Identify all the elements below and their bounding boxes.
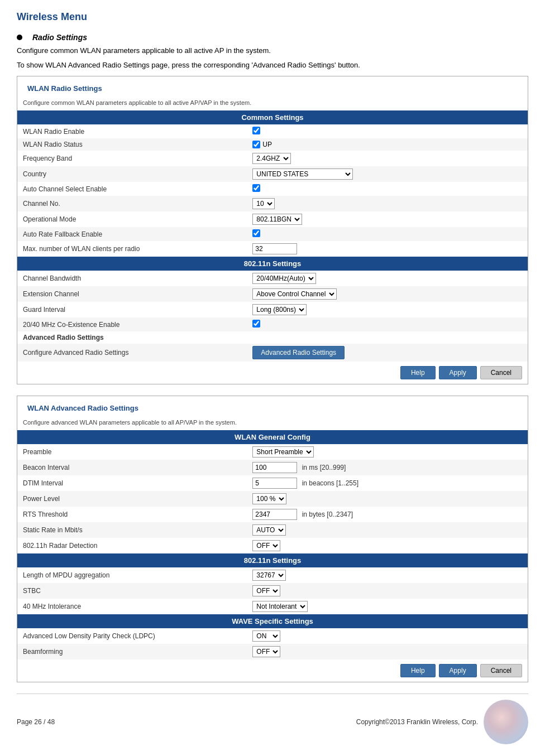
field-value: in ms [20..999] bbox=[247, 460, 528, 475]
extension-channel-select[interactable]: Above Control Channel bbox=[252, 288, 337, 300]
common-settings-table: WLAN Radio Enable WLAN Radio Status UP F… bbox=[17, 124, 528, 257]
rts-threshold-input[interactable] bbox=[252, 509, 297, 520]
max-wlan-clients-input[interactable] bbox=[252, 243, 297, 254]
field-label: Auto Channel Select Enable bbox=[17, 182, 247, 196]
wlan-radio-status-checkbox[interactable] bbox=[252, 141, 260, 148]
field-label: Power Level bbox=[17, 491, 247, 507]
wave-settings-header: WAVE Specific Settings bbox=[17, 614, 528, 628]
field-value: Advanced Radio Settings bbox=[247, 344, 528, 362]
field-label: Beamforming bbox=[17, 644, 247, 659]
field-label: Beacon Interval bbox=[17, 460, 247, 475]
copyright-text: Copyright©2013 Franklin Wireless, Corp. bbox=[356, 718, 478, 726]
advanced-radio-button-row: Help Apply Cancel bbox=[17, 659, 528, 682]
table-row: Guard Interval Long (800ns) bbox=[17, 302, 528, 317]
field-value bbox=[247, 227, 528, 241]
advanced-radio-settings-button[interactable]: Advanced Radio Settings bbox=[252, 346, 345, 359]
field-value: Above Control Channel bbox=[247, 286, 528, 302]
field-value: OFF ON bbox=[247, 583, 528, 599]
auto-channel-select-checkbox[interactable] bbox=[252, 184, 260, 192]
wlan-advanced-radio-panel: WLAN Advanced Radio Settings Configure a… bbox=[17, 396, 528, 682]
table-row: 20/40 MHz Co-Existence Enable bbox=[17, 317, 528, 331]
wlan-general-config-header: WLAN General Config bbox=[17, 430, 528, 444]
static-rate-select[interactable]: AUTO bbox=[252, 524, 286, 536]
page-title: Wireless Menu bbox=[17, 11, 528, 23]
wlan-radio-cancel-button[interactable]: Cancel bbox=[480, 366, 522, 379]
auto-rate-fallback-checkbox[interactable] bbox=[252, 229, 260, 237]
field-label: Extension Channel bbox=[17, 286, 247, 302]
field-label: WLAN Radio Enable bbox=[17, 124, 247, 138]
table-row: Configure Advanced Radio Settings Advanc… bbox=[17, 344, 528, 362]
beacon-interval-input[interactable] bbox=[252, 462, 297, 473]
beacon-interval-unit: in ms [20..999] bbox=[302, 464, 346, 471]
power-level-select[interactable]: 100 % 75 % 50 % 25 % bbox=[252, 493, 286, 504]
guard-interval-select[interactable]: Long (800ns) bbox=[252, 304, 307, 315]
field-label: DTIM Interval bbox=[17, 475, 247, 491]
bullet-dot bbox=[17, 35, 22, 40]
field-value: 2.4GHZ 5GHZ bbox=[247, 151, 528, 166]
advanced-80211n-header: 802.11n Settings bbox=[17, 553, 528, 567]
field-label: Advanced Low Density Parity Check (LDPC) bbox=[17, 628, 247, 644]
wlan-radio-enable-checkbox[interactable] bbox=[252, 127, 260, 134]
frequency-band-select[interactable]: 2.4GHZ 5GHZ bbox=[252, 153, 291, 164]
field-value: 100 % 75 % 50 % 25 % bbox=[247, 491, 528, 507]
bullet-label: Radio Settings bbox=[32, 33, 87, 42]
field-label: RTS Threshold bbox=[17, 507, 247, 522]
wlan-radio-apply-button[interactable]: Apply bbox=[439, 366, 477, 379]
table-row: Preamble Short Preamble Long Preamble bbox=[17, 444, 528, 460]
radar-detection-select[interactable]: OFF ON bbox=[252, 540, 280, 551]
wlan-radio-settings-title: WLAN Radio Settings bbox=[22, 81, 523, 96]
wlan-radio-button-row: Help Apply Cancel bbox=[17, 362, 528, 384]
table-row: 40 MHz Intolerance Not Intolerant Intole… bbox=[17, 599, 528, 614]
wave-settings-table: Advanced Low Density Parity Check (LDPC)… bbox=[17, 628, 528, 659]
table-row: Channel No. 10 bbox=[17, 196, 528, 211]
field-value: AUTO bbox=[247, 522, 528, 538]
table-row: DTIM Interval in beacons [1..255] bbox=[17, 475, 528, 491]
common-settings-header: Common Settings bbox=[17, 110, 528, 124]
wlan-radio-help-button[interactable]: Help bbox=[400, 366, 436, 379]
field-value: Long (800ns) bbox=[247, 302, 528, 317]
field-label: Auto Rate Fallback Enable bbox=[17, 227, 247, 241]
mpdu-aggregation-select[interactable]: 32767 bbox=[252, 570, 286, 581]
field-label: Frequency Band bbox=[17, 151, 247, 166]
wlan-radio-settings-subtitle: Configure common WLAN parameters applica… bbox=[17, 98, 528, 110]
field-value: Short Preamble Long Preamble bbox=[247, 444, 528, 460]
table-row: Extension Channel Above Control Channel bbox=[17, 286, 528, 302]
beamforming-select[interactable]: OFF ON bbox=[252, 646, 280, 657]
intro-desc2: To show WLAN Advanced Radio Settings pag… bbox=[17, 60, 528, 71]
field-value: in beacons [1..255] bbox=[247, 475, 528, 491]
table-row: Static Rate in Mbit/s AUTO bbox=[17, 522, 528, 538]
field-value bbox=[247, 317, 528, 331]
field-value: 32767 bbox=[247, 567, 528, 583]
field-value bbox=[247, 241, 528, 257]
field-label: Country bbox=[17, 166, 247, 182]
field-label: 802.11h Radar Detection bbox=[17, 538, 247, 553]
field-label: WLAN Radio Status bbox=[17, 138, 247, 151]
general-config-table: Preamble Short Preamble Long Preamble Be… bbox=[17, 444, 528, 553]
field-value: in bytes [0..2347] bbox=[247, 507, 528, 522]
field-value: UNITED STATES bbox=[247, 166, 528, 182]
advanced-help-button[interactable]: Help bbox=[400, 664, 436, 677]
field-label: Operational Mode bbox=[17, 211, 247, 227]
field-label: 20/40 MHz Co-Existence Enable bbox=[17, 317, 247, 331]
advanced-cancel-button[interactable]: Cancel bbox=[480, 664, 522, 677]
country-select[interactable]: UNITED STATES bbox=[252, 168, 353, 180]
page-number: Page 26 / 48 bbox=[17, 718, 55, 726]
field-label: STBC bbox=[17, 583, 247, 599]
table-row: Auto Channel Select Enable bbox=[17, 182, 528, 196]
table-row: Power Level 100 % 75 % 50 % 25 % bbox=[17, 491, 528, 507]
preamble-select[interactable]: Short Preamble Long Preamble bbox=[252, 446, 314, 458]
channel-bandwidth-select[interactable]: 20/40MHz(Auto) bbox=[252, 273, 316, 284]
advanced-radio-table: Advanced Radio Settings Configure Advanc… bbox=[17, 331, 528, 362]
dtim-interval-input[interactable] bbox=[252, 478, 297, 489]
operational-mode-select[interactable]: 802.11BGN bbox=[252, 214, 302, 225]
field-value: ON OFF bbox=[247, 628, 528, 644]
field-label: Max. number of WLAN clients per radio bbox=[17, 241, 247, 257]
40mhz-intolerance-select[interactable]: Not Intolerant Intolerant bbox=[252, 601, 308, 612]
ldpc-select[interactable]: ON OFF bbox=[252, 630, 280, 642]
channel-no-select[interactable]: 10 bbox=[252, 198, 275, 209]
stbc-select[interactable]: OFF ON bbox=[252, 585, 280, 596]
advanced-radio-label: Advanced Radio Settings bbox=[17, 331, 247, 344]
field-value: Not Intolerant Intolerant bbox=[247, 599, 528, 614]
co-existence-enable-checkbox[interactable] bbox=[252, 320, 260, 328]
advanced-apply-button[interactable]: Apply bbox=[439, 664, 477, 677]
